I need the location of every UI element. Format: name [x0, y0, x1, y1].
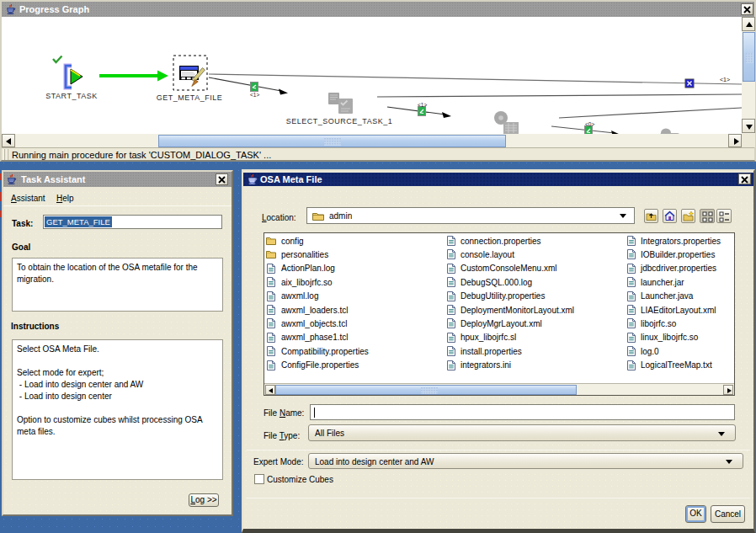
svg-text:GET_META_FILE: GET_META_FILE: [157, 93, 222, 102]
svg-text:<0>: <0>: [585, 121, 594, 127]
svg-text:SELECT_SOURCE_TASK_1: SELECT_SOURCE_TASK_1: [286, 117, 392, 125]
svg-text:<1>: <1>: [720, 77, 730, 83]
svg-text:<1>: <1>: [250, 92, 259, 98]
svg-text:START_TASK: START_TASK: [45, 92, 98, 100]
svg-text:<1>: <1>: [418, 102, 427, 108]
